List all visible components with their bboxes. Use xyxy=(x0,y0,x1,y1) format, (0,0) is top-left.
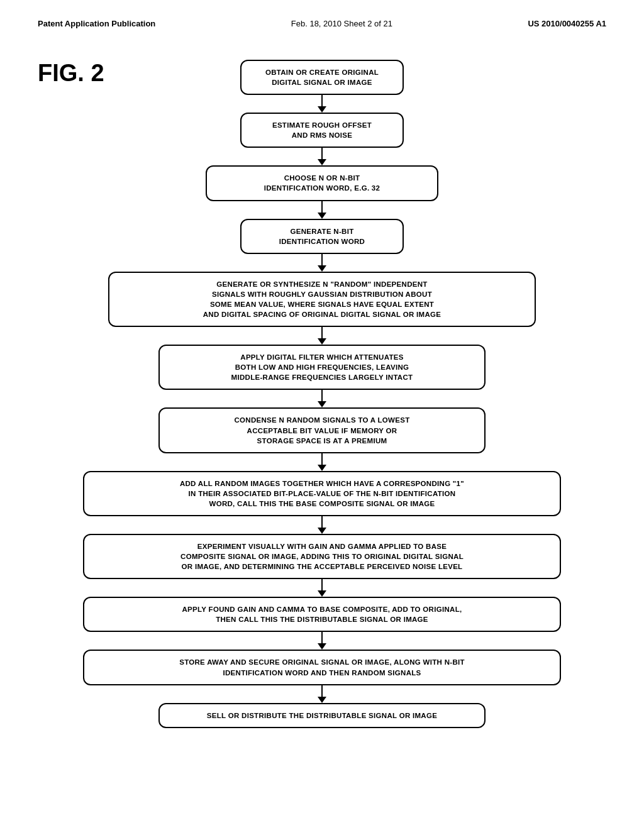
arrow-line xyxy=(321,453,323,465)
flow-box-step8: ADD ALL RANDOM IMAGES TOGETHER WHICH HAV… xyxy=(83,471,561,516)
arrow-line xyxy=(321,201,323,213)
flow-box-step12: SELL OR DISTRIBUTE THE DISTRIBUTABLE SIG… xyxy=(158,703,486,728)
header-center: Feb. 18, 2010 Sheet 2 of 21 xyxy=(291,19,392,28)
arrow-line xyxy=(321,327,323,338)
page: Patent Application Publication Feb. 18, … xyxy=(0,0,644,830)
flow-box-step2: ESTIMATE ROUGH OFFSETAND RMS NOISE xyxy=(240,113,404,148)
arrow-line xyxy=(321,579,323,590)
arrow-1 xyxy=(318,148,326,165)
arrow-line xyxy=(321,632,323,643)
arrow-head xyxy=(318,159,326,165)
flow-container: OBTAIN OR CREATE ORIGINALDIGITAL SIGNAL … xyxy=(38,60,606,728)
arrow-4 xyxy=(318,327,326,345)
arrow-0 xyxy=(318,95,326,113)
arrow-line xyxy=(321,148,323,159)
header-right: US 2010/0040255 A1 xyxy=(528,19,606,28)
arrow-9 xyxy=(318,632,326,650)
arrow-line xyxy=(321,95,323,106)
flow-box-step6: APPLY DIGITAL FILTER WHICH ATTENUATESBOT… xyxy=(158,345,486,390)
flow-box-step10: APPLY FOUND GAIN AND CAMMA TO BASE COMPO… xyxy=(83,597,561,632)
arrow-line xyxy=(321,516,323,528)
arrow-line xyxy=(321,390,323,401)
arrow-2 xyxy=(318,201,326,219)
fig-label: FIG. 2 xyxy=(38,60,104,87)
arrow-head xyxy=(318,338,326,345)
arrow-line xyxy=(321,685,323,697)
flow-box-step11: STORE AWAY AND SECURE ORIGINAL SIGNAL OR… xyxy=(83,650,561,685)
flow-box-step9: EXPERIMENT VISUALLY WITH GAIN AND GAMMA … xyxy=(83,534,561,579)
arrow-head xyxy=(318,106,326,113)
flow-box-step7: CONDENSE N RANDOM SIGNALS TO A LOWESTACC… xyxy=(158,407,486,453)
arrow-head xyxy=(318,401,326,407)
arrow-head xyxy=(318,590,326,597)
arrow-head xyxy=(318,697,326,703)
arrow-6 xyxy=(318,453,326,471)
arrow-3 xyxy=(318,254,326,272)
flow-box-step1: OBTAIN OR CREATE ORIGINALDIGITAL SIGNAL … xyxy=(240,60,404,95)
header-left: Patent Application Publication xyxy=(38,19,155,28)
arrow-head xyxy=(318,643,326,650)
diagram-area: FIG. 2 OBTAIN OR CREATE ORIGINALDIGITAL … xyxy=(38,53,606,728)
flow-box-step4: GENERATE N-BITIDENTIFICATION WORD xyxy=(240,219,404,254)
arrow-7 xyxy=(318,516,326,534)
arrow-line xyxy=(321,254,323,265)
flow-box-step3: CHOOSE N OR N-BITIDENTIFICATION WORD, E.… xyxy=(206,165,438,201)
arrow-head xyxy=(318,528,326,534)
page-header: Patent Application Publication Feb. 18, … xyxy=(38,19,606,28)
arrow-5 xyxy=(318,390,326,407)
flow-box-step5: GENERATE OR SYNTHESIZE N "RANDOM" INDEPE… xyxy=(108,272,536,327)
arrow-10 xyxy=(318,685,326,703)
arrow-head xyxy=(318,213,326,219)
arrow-head xyxy=(318,265,326,272)
arrow-8 xyxy=(318,579,326,597)
arrow-head xyxy=(318,465,326,471)
